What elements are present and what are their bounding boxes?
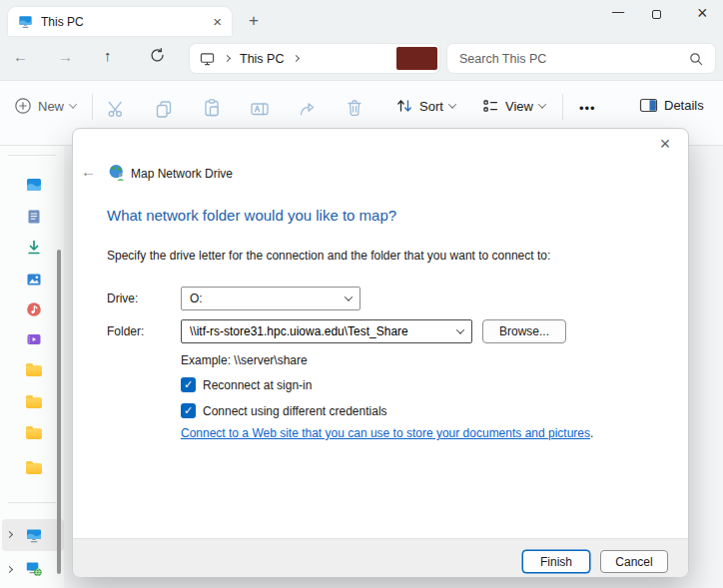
chevron-down-icon: [345, 293, 353, 300]
weblink-line: Connect to a Web site that you can use t…: [181, 426, 593, 440]
map-network-drive-dialog: × ← Map Network Drive What network folde…: [72, 128, 689, 577]
more-options-button[interactable]: •••: [579, 101, 596, 116]
map-network-drive-icon: [108, 164, 126, 182]
chevron-down-icon: [538, 100, 546, 108]
sort-button-label: Sort: [419, 99, 443, 114]
toolbar-divider: [92, 94, 93, 120]
new-button[interactable]: New: [14, 97, 76, 115]
chevron-down-icon: [69, 100, 77, 108]
rename-icon[interactable]: [250, 99, 270, 119]
cut-icon[interactable]: [106, 99, 126, 119]
forward-icon[interactable]: →: [58, 48, 73, 65]
drive-select-value: O:: [190, 292, 203, 305]
share-icon[interactable]: [298, 98, 318, 118]
sidebar-divider: [8, 155, 56, 156]
connect-website-link[interactable]: Connect to a Web site that you can use t…: [181, 426, 590, 440]
this-pc-icon: [26, 527, 42, 543]
reconnect-checkbox-label: Reconnect at sign-in: [203, 378, 312, 392]
breadcrumb-this-pc[interactable]: This PC: [240, 52, 284, 66]
chevron-right-icon: [293, 55, 300, 62]
search-box[interactable]: Search This PC: [447, 44, 715, 73]
folder-combobox[interactable]: [181, 319, 472, 343]
sort-icon: [395, 97, 413, 115]
sidebar-scrollbar[interactable]: [57, 250, 61, 574]
view-icon: [481, 97, 499, 115]
desktop-icon[interactable]: [26, 177, 42, 193]
folder-input[interactable]: [190, 324, 457, 338]
music-icon[interactable]: [26, 301, 42, 317]
dialog-title: Map Network Drive: [131, 167, 233, 181]
checkbox-checked-icon[interactable]: [181, 403, 196, 418]
cancel-button[interactable]: Cancel: [600, 550, 668, 573]
window-maximize-button[interactable]: [652, 8, 661, 22]
chevron-down-icon: [456, 325, 464, 333]
link-period: .: [590, 426, 593, 440]
new-button-label: New: [38, 99, 64, 114]
tab-title: This PC: [41, 15, 205, 29]
folder-icon[interactable]: [26, 365, 42, 376]
window-close-button[interactable]: ×: [697, 3, 708, 24]
sort-button[interactable]: Sort: [395, 97, 455, 115]
details-pane-icon: [639, 97, 658, 114]
browse-button[interactable]: Browse...: [482, 319, 566, 343]
network-icon[interactable]: [26, 561, 42, 577]
pictures-icon[interactable]: [26, 272, 42, 288]
drive-select[interactable]: O:: [181, 287, 361, 310]
delete-icon[interactable]: [345, 98, 364, 118]
finish-button[interactable]: Finish: [522, 550, 590, 573]
reconnect-checkbox-row[interactable]: Reconnect at sign-in: [181, 377, 312, 392]
folder-label: Folder:: [107, 319, 144, 343]
chevron-right-icon: [224, 55, 231, 62]
folder-icon[interactable]: [26, 397, 42, 408]
drive-label: Drive:: [107, 287, 138, 310]
credentials-checkbox-row[interactable]: Connect using different credentials: [181, 403, 387, 418]
explorer-window: This PC × + — × ← → ↑ This PC Search Thi…: [0, 0, 723, 588]
tab-this-pc[interactable]: This PC ×: [8, 7, 232, 36]
credentials-checkbox-label: Connect using different credentials: [203, 404, 387, 418]
copy-icon[interactable]: [154, 99, 174, 119]
view-button-label: View: [505, 99, 533, 114]
redacted-breadcrumb-block: [396, 47, 437, 70]
navigation-bar: ← → ↑ This PC Search This PC: [0, 36, 723, 81]
this-pc-icon: [200, 51, 215, 66]
details-button[interactable]: Details: [639, 97, 704, 114]
maximize-icon: [652, 10, 661, 19]
search-icon: [689, 52, 703, 66]
details-button-label: Details: [664, 98, 704, 113]
downloads-icon[interactable]: [26, 240, 42, 256]
search-input[interactable]: Search This PC: [459, 52, 546, 66]
folder-icon[interactable]: [26, 463, 42, 474]
this-pc-icon: [18, 14, 33, 29]
checkbox-checked-icon[interactable]: [181, 377, 196, 392]
sidebar-divider: [8, 502, 56, 503]
window-minimize-button[interactable]: —: [605, 5, 631, 19]
back-icon[interactable]: ←: [13, 48, 28, 65]
view-button[interactable]: View: [481, 97, 545, 115]
documents-icon[interactable]: [26, 209, 42, 225]
videos-icon[interactable]: [26, 331, 42, 347]
plus-circle-icon: [14, 97, 32, 115]
folder-icon[interactable]: [26, 428, 42, 439]
dialog-footer: Finish Cancel: [73, 538, 688, 577]
refresh-icon[interactable]: [149, 47, 166, 64]
paste-icon[interactable]: [202, 98, 222, 118]
up-icon[interactable]: ↑: [104, 47, 112, 64]
example-text: Example: \\server\share: [181, 353, 308, 367]
chevron-down-icon: [448, 100, 456, 108]
dialog-description: Specify the drive letter for the connect…: [107, 249, 550, 263]
dialog-close-button[interactable]: ×: [654, 133, 676, 155]
toolbar-divider: [562, 94, 563, 120]
tab-close-icon[interactable]: ×: [213, 14, 222, 29]
dialog-back-icon[interactable]: ←: [81, 163, 96, 180]
dialog-heading: What network folder would you like to ma…: [107, 207, 396, 224]
new-tab-button[interactable]: +: [249, 12, 259, 29]
